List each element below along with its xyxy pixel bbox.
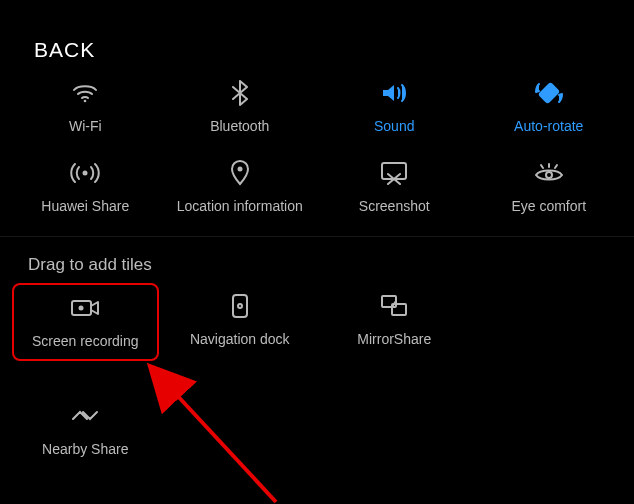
tile-label: Location information [177, 198, 303, 214]
tile-label: Auto-rotate [514, 118, 583, 134]
drag-section-title: Drag to add tiles [0, 237, 634, 275]
svg-point-5 [546, 172, 552, 178]
wifi-icon [72, 80, 98, 106]
tile-label: Navigation dock [190, 331, 290, 347]
tile-autorotate[interactable]: Auto-rotate [472, 80, 627, 134]
tile-sound[interactable]: Sound [317, 80, 472, 134]
mirrorshare-icon [380, 293, 408, 319]
tile-label: MirrorShare [357, 331, 431, 347]
tile-huaweishare[interactable]: Huawei Share [8, 160, 163, 214]
svg-point-0 [84, 100, 87, 103]
svg-line-8 [555, 165, 557, 168]
nearbyshare-icon [70, 403, 100, 429]
tile-label: Wi-Fi [69, 118, 102, 134]
svg-point-3 [237, 167, 242, 172]
location-icon [230, 160, 250, 186]
svg-point-12 [238, 304, 242, 308]
tile-label: Screen recording [32, 333, 139, 349]
tile-label: Nearby Share [42, 441, 128, 457]
tile-screenrecording[interactable]: Screen recording [12, 283, 159, 361]
tile-mirrorshare[interactable]: MirrorShare [317, 279, 472, 365]
sound-icon [380, 80, 408, 106]
back-button[interactable]: BACK [0, 0, 634, 62]
svg-rect-11 [233, 295, 247, 317]
empty-slot [472, 279, 627, 365]
svg-line-7 [541, 165, 543, 168]
tile-label: Huawei Share [41, 198, 129, 214]
tile-screenshot[interactable]: Screenshot [317, 160, 472, 214]
tile-label: Screenshot [359, 198, 430, 214]
huaweishare-icon [70, 160, 100, 186]
tile-eyecomfort[interactable]: Eye comfort [472, 160, 627, 214]
svg-point-2 [83, 171, 88, 176]
svg-point-10 [79, 306, 84, 311]
available-tiles-grid: Screen recording Navigation dock MirrorS… [0, 275, 634, 457]
tile-nearbyshare[interactable]: Nearby Share [8, 389, 163, 457]
tile-label: Bluetooth [210, 118, 269, 134]
svg-rect-1 [539, 83, 559, 103]
svg-rect-4 [382, 163, 406, 179]
screenrecording-icon [70, 295, 100, 321]
eyecomfort-icon [534, 160, 564, 186]
tile-wifi[interactable]: Wi-Fi [8, 80, 163, 134]
tile-bluetooth[interactable]: Bluetooth [163, 80, 318, 134]
tile-label: Sound [374, 118, 414, 134]
tile-location[interactable]: Location information [163, 160, 318, 214]
autorotate-icon [535, 80, 563, 106]
tile-label: Eye comfort [511, 198, 586, 214]
navigationdock-icon [231, 293, 249, 319]
active-tiles-grid: Wi-Fi Bluetooth Sound Auto-rotat [0, 62, 634, 214]
tile-navigationdock[interactable]: Navigation dock [163, 279, 318, 365]
screenshot-icon [380, 160, 408, 186]
bluetooth-icon [231, 80, 249, 106]
